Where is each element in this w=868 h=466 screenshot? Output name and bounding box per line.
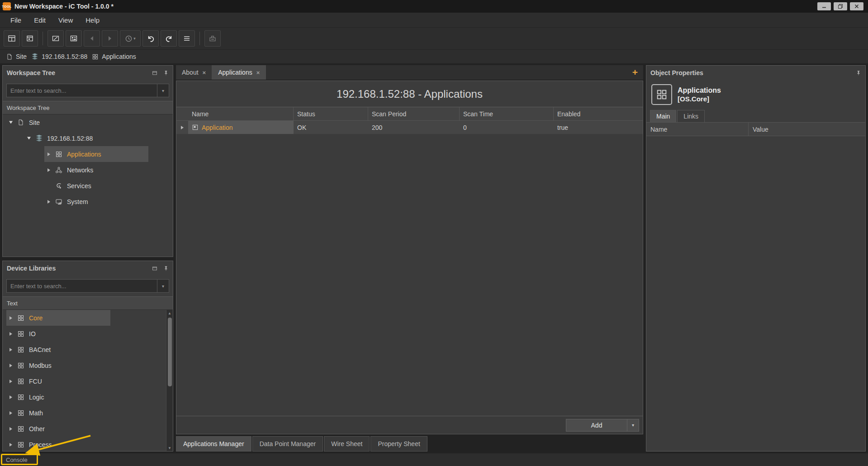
column-header-name[interactable]: Name: [646, 123, 749, 136]
dock-icon[interactable]: [152, 265, 158, 271]
back-button[interactable]: [84, 30, 100, 47]
deploy-button[interactable]: [204, 30, 221, 47]
chevron-collapsed-icon[interactable]: [44, 168, 53, 172]
table-row[interactable]: Application OK 200 0 true: [176, 121, 643, 134]
scroll-down-icon[interactable]: ▼: [166, 445, 173, 451]
library-grid-icon: [15, 394, 26, 401]
tab-wire-sheet[interactable]: Wire Sheet: [324, 436, 370, 452]
column-header-status[interactable]: Status: [294, 107, 368, 120]
close-button[interactable]: [850, 2, 863, 10]
object-grid-icon: [651, 84, 672, 105]
library-item-modbus[interactable]: Modbus: [3, 357, 166, 373]
scrollbar-thumb[interactable]: [168, 318, 172, 386]
chevron-expanded-icon[interactable]: [6, 120, 15, 124]
pin-icon[interactable]: [163, 265, 169, 271]
pin-icon[interactable]: [163, 70, 169, 76]
tab-about[interactable]: About ×: [176, 65, 212, 80]
chevron-collapsed-icon[interactable]: [6, 411, 15, 415]
properties-table-header: Name Value: [646, 123, 865, 136]
pin-icon[interactable]: [856, 70, 861, 76]
tree-item-applications[interactable]: Applications: [3, 146, 173, 162]
workspace-tree-panel: Workspace Tree ▾ Workspace Tree: [2, 65, 173, 257]
chevron-collapsed-icon[interactable]: [6, 442, 15, 447]
breadcrumb-site[interactable]: Site: [6, 53, 27, 60]
menu-view[interactable]: View: [52, 14, 79, 26]
app-grid-icon: [92, 53, 99, 60]
chevron-collapsed-icon[interactable]: [44, 152, 53, 157]
tree-item-system[interactable]: System: [3, 194, 173, 209]
chevron-collapsed-icon[interactable]: [6, 395, 15, 399]
library-item-logic[interactable]: Logic: [3, 389, 166, 405]
edit-workspace-button[interactable]: [47, 30, 64, 47]
chevron-expanded-icon[interactable]: [24, 136, 33, 140]
cell-name[interactable]: Application: [188, 121, 294, 134]
tab-applications-manager[interactable]: Applications Manager: [176, 436, 251, 452]
history-button[interactable]: ▾: [120, 30, 141, 47]
tree-item-services[interactable]: Services: [3, 178, 173, 194]
column-header-enabled[interactable]: Enabled: [554, 107, 643, 120]
breadcrumb-applications[interactable]: Applications: [92, 53, 136, 60]
column-header-name[interactable]: Name: [176, 107, 294, 120]
add-button[interactable]: Add ▾: [566, 419, 639, 432]
tree-item-controller[interactable]: 192.168.1.52:88: [3, 130, 173, 146]
tree-item-site[interactable]: Site: [3, 114, 173, 130]
library-item-process[interactable]: Process: [3, 437, 166, 451]
forward-button[interactable]: [102, 30, 118, 47]
new-window-icon: [26, 34, 34, 43]
library-item-io[interactable]: IO: [3, 326, 166, 342]
redo-button[interactable]: [161, 30, 177, 47]
chevron-collapsed-icon[interactable]: [6, 316, 15, 320]
library-item-math[interactable]: Math: [3, 405, 166, 421]
tab-label: Applications: [218, 69, 252, 76]
breadcrumb-controller[interactable]: 192.168.1.52:88: [31, 53, 87, 60]
workspace-search-input[interactable]: [7, 84, 157, 97]
console-toggle[interactable]: Console: [6, 456, 28, 463]
search-dropdown-button[interactable]: ▾: [157, 84, 169, 97]
column-header-scan-time[interactable]: Scan Time: [460, 107, 554, 120]
menu-help[interactable]: Help: [80, 14, 105, 26]
tab-applications[interactable]: Applications ×: [212, 65, 266, 80]
tab-main[interactable]: Main: [650, 110, 676, 122]
column-header-scan-period[interactable]: Scan Period: [368, 107, 460, 120]
tree-item-networks[interactable]: Networks: [3, 162, 173, 178]
cell-scan-time: 0: [460, 121, 554, 134]
column-header-value[interactable]: Value: [749, 123, 865, 136]
tab-data-point-manager[interactable]: Data Point Manager: [252, 436, 323, 452]
panel-title: Workspace Tree: [7, 69, 55, 76]
chevron-collapsed-icon[interactable]: [6, 427, 15, 431]
restore-button[interactable]: [834, 2, 847, 10]
menu-edit[interactable]: Edit: [28, 14, 52, 26]
library-item-other[interactable]: Other: [3, 421, 166, 437]
menu-file[interactable]: File: [5, 14, 27, 26]
library-item-fcu[interactable]: FCU: [3, 373, 166, 389]
library-item-label: Math: [26, 409, 43, 417]
device-libraries-list: Core IO BACnet: [3, 310, 173, 451]
chevron-collapsed-icon[interactable]: [6, 332, 15, 336]
list-view-button[interactable]: [179, 30, 195, 47]
device-search-input[interactable]: [7, 280, 157, 292]
chevron-collapsed-icon[interactable]: [6, 379, 15, 384]
minimize-button[interactable]: [817, 2, 831, 10]
close-tab-icon[interactable]: ×: [203, 69, 206, 76]
scroll-up-icon[interactable]: ▲: [166, 310, 173, 316]
new-tab-button[interactable]: +: [627, 65, 643, 80]
tab-links[interactable]: Links: [677, 110, 705, 122]
chevron-collapsed-icon[interactable]: [6, 347, 15, 352]
chevron-collapsed-icon[interactable]: [44, 200, 53, 204]
chevron-collapsed-icon[interactable]: [6, 363, 15, 368]
layout-button[interactable]: [4, 30, 20, 47]
library-item-core[interactable]: Core: [3, 310, 166, 326]
close-tab-icon[interactable]: ×: [256, 69, 260, 76]
chevron-down-icon: ▾: [162, 284, 164, 289]
device-list-scrollbar[interactable]: ▲ ▼: [166, 310, 173, 451]
chevron-down-icon[interactable]: ▾: [627, 419, 639, 431]
workspace-options-button[interactable]: [66, 30, 82, 47]
search-dropdown-button[interactable]: ▾: [157, 280, 169, 292]
library-item-bacnet[interactable]: BACnet: [3, 342, 166, 357]
dock-icon[interactable]: [152, 70, 158, 76]
tab-property-sheet[interactable]: Property Sheet: [370, 436, 427, 452]
new-window-button[interactable]: [22, 30, 38, 47]
row-expander[interactable]: [176, 121, 188, 134]
document-icon: [15, 119, 26, 126]
undo-button[interactable]: [142, 30, 159, 47]
